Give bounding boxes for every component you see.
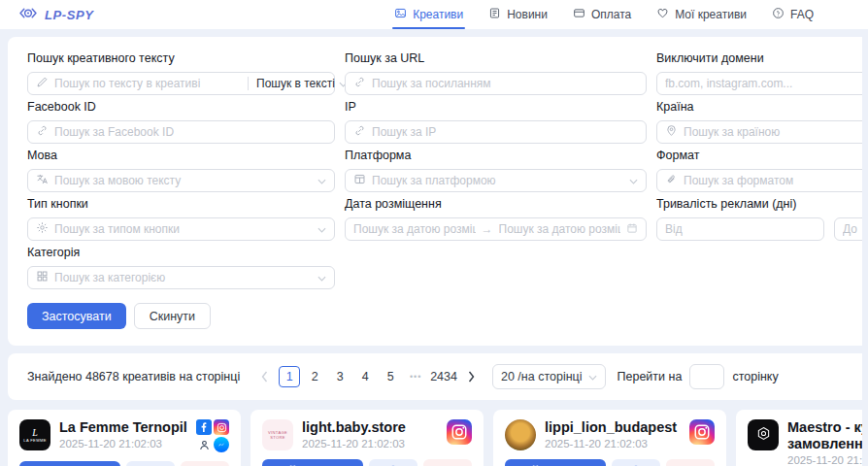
chevron-down-icon [317, 174, 326, 187]
filter-label: Facebook ID [27, 100, 335, 115]
paperclip-icon [665, 173, 678, 188]
filter-label: Категорія [27, 246, 335, 260]
nav-tab-payment[interactable]: Оплата [573, 0, 631, 29]
page-button-last[interactable]: 2434 [430, 366, 457, 387]
facebook-id-input[interactable] [27, 120, 335, 144]
link-icon [36, 124, 49, 140]
view-button[interactable] [126, 461, 175, 466]
pagination: 1 2 3 4 5 ••• 2434 [253, 366, 483, 387]
button-type-select[interactable]: Пошук за типом кнопки [27, 217, 335, 241]
exclude-domains-field[interactable] [665, 77, 868, 90]
filter-url: Пошук за URL [345, 51, 647, 95]
goto-page-input[interactable] [689, 364, 724, 389]
date-from-field[interactable] [353, 222, 476, 236]
page-button-3[interactable]: 3 [329, 366, 351, 387]
view-button[interactable] [369, 459, 417, 466]
pagination-ellipsis[interactable]: ••• [405, 366, 426, 387]
brand-logo[interactable]: LP-SPY [17, 6, 94, 24]
platform-icons [196, 419, 229, 452]
apply-button[interactable]: Застосувати [27, 303, 126, 329]
duration-from-field[interactable] [665, 222, 816, 236]
card-date: 2025-11-20 21:02:03 [545, 438, 677, 449]
filter-format: Формат [656, 149, 868, 192]
page-button-2[interactable]: 2 [304, 366, 325, 387]
platform-icons [689, 419, 715, 450]
url-field[interactable] [372, 77, 638, 90]
page-button-4[interactable]: 4 [354, 366, 376, 387]
avatar [748, 419, 779, 450]
main-nav: Креативи Новини Оплата Мої креативи FAQ [394, 0, 814, 29]
instagram-icon [214, 419, 229, 435]
format-field[interactable] [684, 174, 868, 187]
page-button-1[interactable]: 1 [279, 366, 300, 387]
next-page-button[interactable] [461, 366, 483, 387]
format-input[interactable] [656, 169, 868, 192]
nav-tab-news[interactable]: Новини [488, 0, 548, 29]
goto-page: Перейти на сторінку [618, 364, 779, 389]
filter-label: Пошук креативного тексту [27, 51, 335, 66]
scrollbar-track[interactable] [862, 29, 868, 466]
card-date: 2025-11-20 21:02:03 [59, 438, 187, 449]
favorite-button[interactable] [666, 459, 715, 466]
filter-language: Мова Пошук за мовою тексту [27, 149, 335, 192]
prev-page-button[interactable] [253, 366, 275, 387]
filter-label: IP [345, 100, 647, 115]
creative-card[interactable]: VINTAGE STORE light.baby.store 2025-11-2… [250, 410, 484, 466]
facebook-id-field[interactable] [54, 125, 326, 139]
nav-tab-faq[interactable]: FAQ [772, 0, 814, 29]
card-date: 2025-11-20 21:02:03 [787, 454, 868, 466]
ip-field[interactable] [372, 125, 638, 139]
select-placeholder: Пошук за типом кнопки [54, 222, 180, 236]
goto-suffix: сторінку [732, 370, 778, 383]
language-select[interactable]: Пошук за мовою тексту [27, 169, 335, 192]
page-size-select[interactable]: 20 /на сторінці [492, 364, 606, 389]
country-field[interactable] [684, 125, 868, 139]
facebook-icon [196, 419, 212, 435]
favorite-button[interactable] [423, 459, 472, 466]
filter-duration: Тривалість реклами (дні) [656, 197, 868, 241]
creative-card[interactable]: L LA FEMME La Femme Ternopil 2025-11-20 … [8, 410, 241, 466]
card-title: замовлення в Ужго [787, 436, 868, 452]
select-placeholder: Пошук за категорією [54, 271, 165, 284]
creative-card[interactable]: Maestro - кухні, ме замовлення в Ужго 20… [736, 410, 868, 466]
filter-label: Мова [27, 149, 335, 163]
days-active-button[interactable]: 3 days [262, 459, 363, 466]
eye-logo-icon [17, 6, 39, 24]
page-button-5[interactable]: 5 [380, 366, 401, 387]
link-icon [353, 124, 366, 140]
image-icon [394, 7, 407, 22]
card-title: lippi_lion_budapest [545, 419, 677, 436]
platform-select[interactable]: Пошук за платформою [345, 169, 647, 192]
mode-value: Пошук в тексті [256, 77, 335, 90]
window-grid-icon [353, 173, 366, 188]
filter-label: Платформа [345, 149, 647, 163]
category-select[interactable]: Пошук за категорією [27, 266, 335, 289]
nav-label: Мої креативи [675, 8, 747, 21]
exclude-domains-input[interactable] [656, 72, 868, 95]
card-title: light.baby.store [302, 419, 406, 436]
duration-from-input[interactable] [656, 217, 824, 241]
url-input[interactable] [345, 72, 647, 95]
filter-platform: Платформа Пошук за платформою [345, 149, 647, 192]
days-active-button[interactable]: 0 days [505, 459, 606, 466]
view-button[interactable] [612, 459, 660, 466]
ip-input[interactable] [345, 120, 647, 144]
creative-text-input[interactable] [28, 76, 242, 91]
nav-tab-my-creatives[interactable]: Мої креативи [656, 0, 747, 29]
chevron-down-icon [317, 222, 326, 236]
days-active-button[interactable]: 3 days [19, 461, 120, 466]
creative-card[interactable]: lippi_lion_budapest 2025-11-20 21:02:03 … [493, 410, 726, 466]
instagram-icon [689, 419, 715, 445]
date-to-field[interactable] [499, 222, 621, 236]
country-input[interactable] [656, 120, 868, 144]
date-range-picker[interactable]: → [345, 217, 647, 241]
filter-label: Виключити домени [656, 51, 868, 66]
filter-creative-text: Пошук креативного тексту Пошук в тексті [27, 51, 335, 95]
arrow-right-icon: → [482, 222, 493, 236]
creative-text-field[interactable] [54, 77, 234, 90]
chevron-down-icon [629, 174, 638, 187]
favorite-button[interactable] [181, 461, 229, 466]
creative-text-mode-select[interactable]: Пошук в тексті [248, 77, 334, 90]
reset-button[interactable]: Скинути [134, 303, 211, 329]
nav-tab-creatives[interactable]: Креативи [394, 0, 463, 29]
